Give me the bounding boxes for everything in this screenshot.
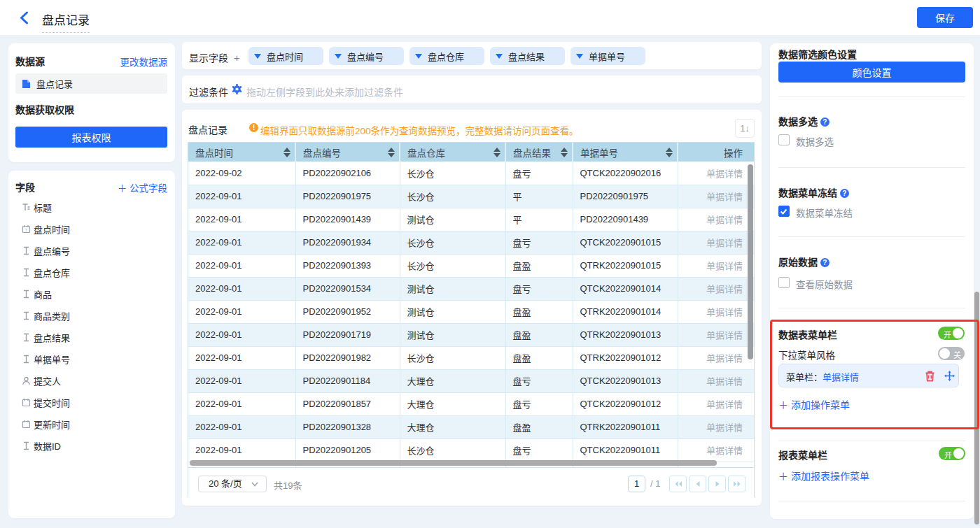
svg-text:7: 7 [25, 228, 28, 232]
